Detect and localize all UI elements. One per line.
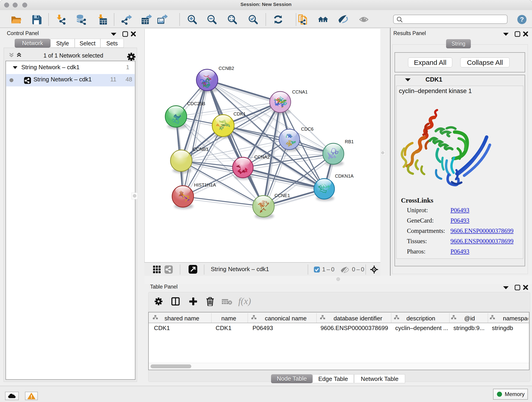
svg-text:CDKN1A: CDKN1A (335, 173, 354, 179)
svg-text:?: ? (520, 16, 524, 23)
svg-text:CCNE1: CCNE1 (274, 193, 290, 198)
svg-text:CCNB2: CCNB2 (219, 66, 234, 71)
svg-text:HIST1H1A: HIST1H1A (194, 182, 216, 187)
svg-text:CCNA1: CCNA1 (292, 89, 308, 95)
svg-text:CCNA2: CCNA2 (254, 154, 270, 160)
svg-text:CCNB1: CCNB1 (193, 147, 209, 152)
svg-text:RB1: RB1 (345, 139, 354, 144)
svg-text:CDC25B: CDC25B (187, 101, 205, 106)
svg-text:CDC6: CDC6 (301, 127, 313, 132)
svg-text:CDK1: CDK1 (234, 111, 246, 116)
